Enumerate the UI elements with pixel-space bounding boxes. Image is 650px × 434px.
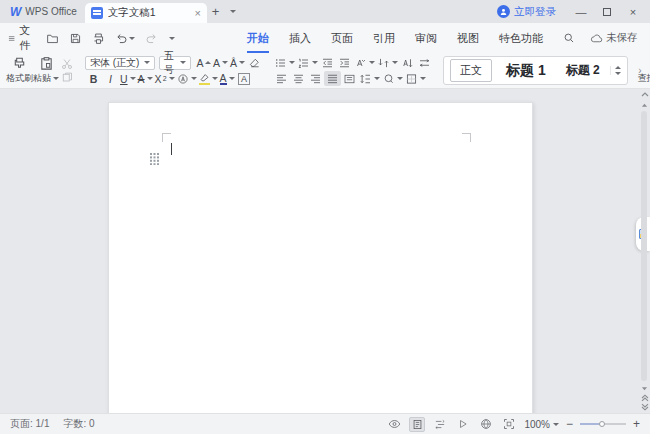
paste-button[interactable]: 粘贴 [33,55,59,86]
strikethrough-button[interactable]: A [137,71,154,86]
show-marks-button[interactable] [416,55,433,70]
previous-page-button[interactable] [639,393,650,402]
app-logo[interactable]: W WPS Office [6,5,85,19]
fit-page-icon [503,418,515,430]
redo-button[interactable] [141,32,162,45]
scroll-up-button[interactable] [639,100,650,109]
collaborate-button[interactable]: 协作 [646,31,650,45]
decrease-indent-button[interactable] [319,55,336,70]
tab-insert[interactable]: 插入 [279,23,321,53]
zoom-slider[interactable] [580,419,626,429]
print-button[interactable] [88,32,109,45]
tab-reference[interactable]: 引用 [363,23,405,53]
ribbon-collapse-button[interactable] [639,90,650,99]
cut-button[interactable] [61,58,73,70]
new-tab-button[interactable]: + [207,4,225,19]
open-button[interactable] [42,32,63,45]
file-menu-button[interactable]: 文件 [8,23,42,53]
title-bar: W WPS Office 文字文稿1 × + 立即登录 — × [0,0,650,23]
save-button[interactable] [65,32,86,45]
character-border-button[interactable]: A [236,71,253,86]
font-name-select[interactable]: 宋体 (正文) [85,56,155,70]
clear-format-button[interactable] [246,55,263,70]
increase-indent-button[interactable] [336,55,353,70]
styles-scroll-up-icon[interactable] [615,66,621,69]
shading-button[interactable] [381,71,404,86]
align-right-button[interactable] [307,71,324,86]
document-area[interactable] [0,89,650,413]
zoom-slider-thumb[interactable] [599,421,605,427]
underline-button[interactable]: U [119,71,137,86]
globe-icon [480,418,492,430]
tab-review[interactable]: 审阅 [405,23,447,53]
zoom-out-button[interactable]: − [566,417,573,431]
distribute-button[interactable] [341,71,358,86]
print-icon [92,32,105,45]
tab-home[interactable]: 开始 [237,23,279,53]
style-heading2[interactable]: 标题 2 [556,62,610,79]
text-direction-button[interactable] [376,55,399,70]
format-painter-button[interactable]: 格式刷 [6,55,33,86]
line-spacing-button[interactable] [358,71,381,86]
save-status-label: 未保存 [606,31,638,45]
tab-view[interactable]: 视图 [447,23,489,53]
login-link[interactable]: 立即登录 [514,5,556,19]
zoom-dropdown-icon [553,423,559,426]
zoom-in-button[interactable]: + [633,417,640,431]
customize-quickbar-button[interactable] [164,37,179,40]
distribute-icon [343,73,356,85]
italic-button[interactable]: I [102,71,119,86]
zoom-level[interactable]: 100% [524,419,559,430]
paste-label: 粘贴 [33,72,51,85]
undo-dropdown-icon[interactable] [129,37,135,40]
text-effects-button[interactable] [176,71,198,86]
document-page[interactable] [108,102,533,413]
paragraph-drag-handle-icon[interactable] [150,153,159,165]
tab-list-chevron-icon[interactable] [224,10,241,13]
page-view-button[interactable] [409,417,425,432]
redo-icon [145,32,158,45]
user-avatar[interactable] [497,5,510,18]
bullets-button[interactable] [273,55,296,70]
minimize-button[interactable]: — [570,6,592,18]
eye-protect-button[interactable] [386,417,402,432]
highlight-button[interactable] [198,71,219,86]
undo-button[interactable] [111,32,139,45]
tab-page[interactable]: 页面 [321,23,363,53]
shrink-font-button[interactable]: A [212,55,229,70]
next-page-button[interactable] [639,402,650,411]
tab-close-icon[interactable]: × [194,7,200,19]
style-normal[interactable]: 正文 [450,59,492,82]
font-size-select[interactable]: 五号 [159,56,191,70]
pinyin-guide-button[interactable]: Â [229,55,246,70]
ribbon-expand-button[interactable]: › [633,57,647,84]
align-left-button[interactable] [273,71,290,86]
copy-button[interactable] [61,72,73,84]
web-view-button[interactable] [478,417,494,432]
numbering-button[interactable] [296,55,319,70]
grow-font-button[interactable]: A [195,55,212,70]
vertical-scrollbar[interactable] [639,89,650,413]
save-status[interactable]: 未保存 [585,31,643,45]
superscript-button[interactable]: X2 [154,71,176,86]
bold-button[interactable]: B [85,71,102,86]
maximize-button[interactable] [596,6,618,18]
character-scale-button[interactable] [353,55,376,70]
scrollbar-thumb[interactable] [641,111,647,381]
borders-button[interactable] [404,71,427,86]
scroll-down-button[interactable] [639,384,650,393]
tab-special-features[interactable]: 特色功能 [489,23,553,53]
read-mode-button[interactable] [455,417,471,432]
sort-button[interactable] [399,55,416,70]
document-tab[interactable]: 文字文稿1 × [85,3,207,23]
outline-view-button[interactable] [432,417,448,432]
align-center-button[interactable] [290,71,307,86]
close-button[interactable]: × [622,6,644,18]
word-count[interactable]: 字数: 0 [63,417,94,431]
menu-search-button[interactable] [553,23,585,53]
justify-button[interactable] [324,71,341,86]
styles-scroll-down-icon[interactable] [615,72,621,75]
style-heading1[interactable]: 标题 1 [496,62,556,80]
font-color-button[interactable]: A [219,71,236,86]
fit-page-button[interactable] [501,417,517,432]
